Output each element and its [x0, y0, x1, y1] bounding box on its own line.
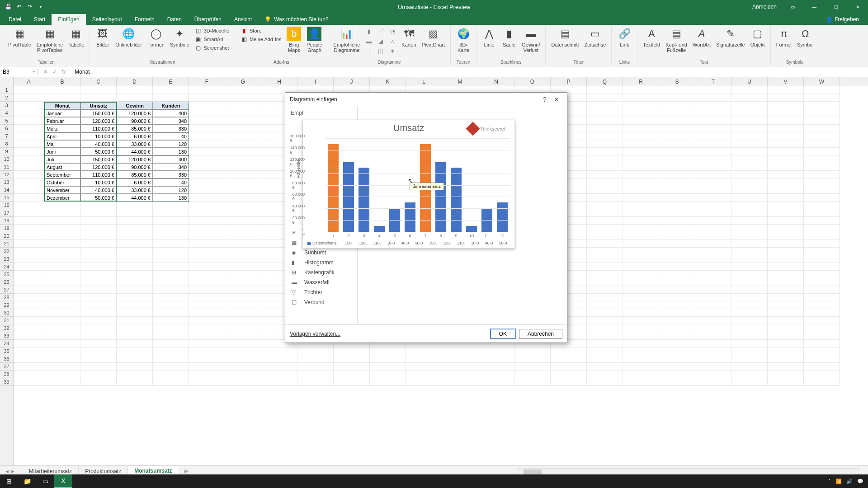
cell[interactable]: [117, 232, 153, 240]
cell[interactable]: [659, 155, 695, 163]
tab-einfuegen[interactable]: Einfügen: [52, 14, 85, 25]
cell[interactable]: [153, 371, 189, 378]
cell[interactable]: [189, 225, 225, 232]
cell[interactable]: 40: [153, 178, 189, 186]
cell[interactable]: 44.000 €: [117, 148, 153, 155]
cell[interactable]: [117, 371, 153, 378]
cell[interactable]: [804, 86, 840, 94]
close-icon[interactable]: ✕: [847, 0, 868, 14]
cell[interactable]: [695, 125, 731, 132]
taskbar-app-icon[interactable]: ▭: [36, 474, 54, 488]
cell[interactable]: [189, 317, 225, 324]
cell[interactable]: [153, 286, 189, 294]
row-header-29[interactable]: 29: [0, 301, 13, 309]
cell[interactable]: [189, 171, 225, 178]
store-button[interactable]: ▮Store: [239, 27, 283, 35]
cell[interactable]: [804, 225, 840, 232]
cell[interactable]: [623, 109, 659, 117]
cell[interactable]: 50.000 €: [80, 148, 117, 155]
cell[interactable]: [117, 240, 153, 248]
cell[interactable]: [695, 332, 731, 340]
cell[interactable]: [587, 202, 623, 209]
cell[interactable]: [804, 363, 840, 371]
cell[interactable]: [623, 232, 659, 240]
dialog-close-icon[interactable]: ✕: [551, 96, 562, 103]
cell[interactable]: 120.000 €: [80, 163, 117, 171]
cell[interactable]: [659, 278, 695, 286]
cell[interactable]: [587, 347, 623, 355]
chart-type-verbund[interactable]: ◫Verbund: [285, 297, 357, 307]
cell[interactable]: [551, 371, 587, 378]
cell[interactable]: [406, 355, 442, 363]
row-header-30[interactable]: 30: [0, 309, 13, 317]
stock-chart-icon[interactable]: ⊥: [363, 47, 374, 56]
cell[interactable]: [623, 286, 659, 294]
row-header-26[interactable]: 26: [0, 278, 13, 286]
row-header-11[interactable]: 11: [0, 163, 13, 171]
cell[interactable]: [695, 186, 731, 194]
col-header-C[interactable]: C: [80, 77, 117, 86]
cell[interactable]: [225, 178, 261, 186]
row-header-10[interactable]: 10: [0, 155, 13, 163]
cell[interactable]: [695, 278, 731, 286]
tab-ansicht[interactable]: Ansicht: [228, 14, 258, 25]
cell[interactable]: [225, 317, 261, 324]
cell[interactable]: Dezember: [44, 194, 80, 202]
cell[interactable]: [117, 378, 153, 386]
cell[interactable]: [189, 286, 225, 294]
row-header-9[interactable]: 9: [0, 148, 13, 155]
timeline-button[interactable]: ▭Zeitachse: [582, 26, 609, 48]
cell[interactable]: [623, 194, 659, 202]
cell[interactable]: [804, 332, 840, 340]
col-header-U[interactable]: U: [731, 77, 768, 86]
cell[interactable]: [587, 163, 623, 171]
cell[interactable]: März: [44, 125, 80, 132]
cell[interactable]: [117, 94, 153, 102]
cell[interactable]: [623, 378, 659, 386]
cell[interactable]: [768, 248, 804, 255]
cell[interactable]: [768, 324, 804, 332]
cell[interactable]: [659, 132, 695, 140]
cell[interactable]: [623, 278, 659, 286]
cell[interactable]: [768, 125, 804, 132]
cell[interactable]: [225, 278, 261, 286]
cell[interactable]: [14, 94, 44, 102]
cell[interactable]: [44, 94, 80, 102]
cell[interactable]: [587, 140, 623, 148]
cell[interactable]: [804, 347, 840, 355]
row-header-6[interactable]: 6: [0, 125, 13, 132]
redo-icon[interactable]: ↷: [26, 3, 33, 10]
cell[interactable]: [804, 240, 840, 248]
cell[interactable]: [587, 86, 623, 94]
cell[interactable]: [225, 109, 261, 117]
cell[interactable]: [551, 347, 587, 355]
cell[interactable]: [659, 309, 695, 317]
cell[interactable]: [731, 217, 768, 225]
cell[interactable]: [117, 301, 153, 309]
cell[interactable]: [695, 194, 731, 202]
cell[interactable]: [804, 340, 840, 347]
name-box-dropdown-icon[interactable]: ▾: [33, 70, 35, 74]
cell[interactable]: [804, 301, 840, 309]
cell[interactable]: [695, 178, 731, 186]
tray-volume-icon[interactable]: 🔊: [846, 479, 853, 484]
cell[interactable]: [189, 363, 225, 371]
cell[interactable]: [659, 232, 695, 240]
cell[interactable]: [117, 294, 153, 301]
cell[interactable]: [334, 363, 370, 371]
cell[interactable]: [804, 171, 840, 178]
cell[interactable]: [80, 309, 117, 317]
cell[interactable]: [768, 309, 804, 317]
cell[interactable]: [695, 317, 731, 324]
chart-type-sunburst[interactable]: ◉Sunburst: [285, 248, 357, 258]
col-header-O[interactable]: O: [514, 77, 551, 86]
cell[interactable]: [189, 278, 225, 286]
cell[interactable]: [297, 363, 334, 371]
cell[interactable]: [804, 217, 840, 225]
cell[interactable]: [442, 355, 478, 363]
cell[interactable]: [80, 209, 117, 217]
cell[interactable]: [80, 202, 117, 209]
cell[interactable]: [153, 217, 189, 225]
cell[interactable]: [731, 309, 768, 317]
cell[interactable]: [768, 171, 804, 178]
